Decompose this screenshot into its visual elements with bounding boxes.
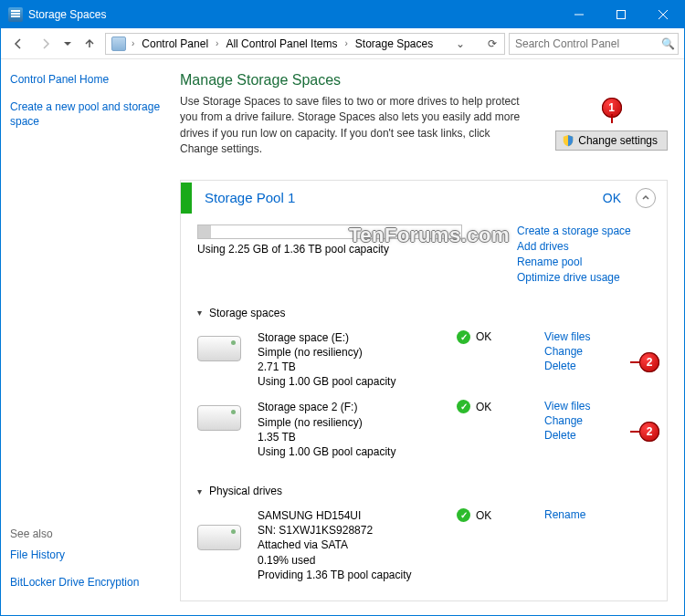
location-icon <box>111 37 126 51</box>
drive-info: SAMSUNG HD154UI SN: S1XWJ1KS928872 Attac… <box>258 508 451 582</box>
space-size: 1.35 TB <box>258 430 451 444</box>
ok-icon: ✓ <box>457 508 470 522</box>
ok-icon: ✓ <box>457 330 470 344</box>
svg-rect-1 <box>617 11 626 19</box>
link-change[interactable]: Change <box>544 414 654 427</box>
main-content: Manage Storage Spaces Use Storage Spaces… <box>174 59 684 615</box>
close-button[interactable] <box>642 1 684 28</box>
collapse-button[interactable] <box>636 188 656 208</box>
sidebar-link-create-pool[interactable]: Create a new pool and storage space <box>10 99 165 129</box>
annotation-1: 1 <box>602 98 622 118</box>
refresh-icon[interactable]: ⟳ <box>484 37 501 50</box>
drive-icon <box>197 336 241 361</box>
space-links: View files Change Delete <box>544 330 654 374</box>
up-button[interactable] <box>78 32 101 56</box>
sidebar-link-home[interactable]: Control Panel Home <box>10 72 165 87</box>
drive-provide: Providing 1.36 TB pool capacity <box>258 568 451 582</box>
storage-spaces-section: ▾ Storage spaces Storage space (E:) Simp… <box>197 303 654 465</box>
pool-usage-text: Using 2.25 GB of 1.36 TB pool capacity <box>197 243 508 256</box>
recent-dropdown[interactable] <box>61 32 74 56</box>
space-resiliency: Simple (no resiliency) <box>258 345 451 360</box>
storage-spaces-label: Storage spaces <box>209 307 285 319</box>
space-links: View files Change Delete <box>544 400 654 444</box>
chevron-down-icon: ▾ <box>197 486 202 496</box>
minimize-button[interactable] <box>558 1 600 28</box>
storage-pool-panel: Storage Pool 1 OK Using 2.25 GB of 1.36 … <box>180 180 668 601</box>
annotation-2: 2 <box>639 352 659 372</box>
window-title: Storage Spaces <box>28 8 106 21</box>
breadcrumb[interactable]: › Control Panel › All Control Panel Item… <box>105 33 505 55</box>
address-dropdown-icon[interactable]: ⌄ <box>452 37 469 50</box>
space-size: 2.71 TB <box>258 360 451 374</box>
space-resiliency: Simple (no resiliency) <box>258 415 451 430</box>
pool-name[interactable]: Storage Pool 1 <box>205 190 594 205</box>
sidebar-link-file-history[interactable]: File History <box>10 548 165 562</box>
link-add-drives[interactable]: Add drives <box>517 240 654 253</box>
link-view-files[interactable]: View files <box>544 400 654 412</box>
link-change[interactable]: Change <box>544 345 654 358</box>
storage-space-row: Storage space (E:) Simple (no resiliency… <box>197 325 654 395</box>
crumb-control-panel[interactable]: Control Panel <box>138 37 212 50</box>
crumb-all-items[interactable]: All Control Panel Items <box>222 37 341 50</box>
search-icon[interactable]: 🔍 <box>658 37 678 50</box>
search-input[interactable] <box>510 37 658 50</box>
forward-button[interactable] <box>34 32 58 56</box>
chevron-right-icon[interactable]: › <box>342 38 349 48</box>
chevron-right-icon[interactable]: › <box>130 38 136 48</box>
page-title: Manage Storage Spaces <box>180 72 668 89</box>
pool-usage-bar <box>197 224 462 239</box>
drive-serial: SN: S1XWJ1KS928872 <box>258 523 451 538</box>
storage-space-row: Storage space 2 (F:) Simple (no resilien… <box>197 394 654 465</box>
change-settings-button[interactable]: Change settings <box>555 131 668 151</box>
address-bar: › Control Panel › All Control Panel Item… <box>1 28 684 59</box>
drive-used: 0.19% used <box>258 553 451 568</box>
drive-name: SAMSUNG HD154UI <box>258 508 451 523</box>
back-button[interactable] <box>6 32 30 56</box>
space-info: Storage space (E:) Simple (no resiliency… <box>258 330 451 390</box>
link-optimize[interactable]: Optimize drive usage <box>517 271 654 284</box>
chevron-down-icon: ▾ <box>197 308 202 318</box>
maximize-button[interactable] <box>600 1 642 28</box>
space-name: Storage space (E:) <box>258 330 451 345</box>
drive-icon <box>197 525 241 550</box>
crumb-storage-spaces[interactable]: Storage Spaces <box>352 37 437 50</box>
drive-icon <box>197 405 241 431</box>
drive-status: ✓ OK <box>457 508 539 522</box>
physical-drive-row: SAMSUNG HD154UI SN: S1XWJ1KS928872 Attac… <box>197 503 654 588</box>
see-also-label: See also <box>10 527 165 540</box>
link-rename-drive[interactable]: Rename <box>544 508 654 521</box>
drive-attach: Attached via SATA <box>258 538 451 552</box>
ok-icon: ✓ <box>457 400 470 413</box>
space-info: Storage space 2 (F:) Simple (no resilien… <box>258 400 451 459</box>
page-description: Use Storage Spaces to save files to two … <box>180 94 527 158</box>
sidebar: Control Panel Home Create a new pool and… <box>1 59 174 615</box>
storage-spaces-header[interactable]: ▾ Storage spaces <box>197 307 654 319</box>
space-name: Storage space 2 (F:) <box>258 400 451 414</box>
pool-status: OK <box>603 191 621 205</box>
space-status: ✓ OK <box>457 400 539 413</box>
change-settings-label: Change settings <box>578 134 658 147</box>
chevron-right-icon[interactable]: › <box>214 38 220 48</box>
space-usage: Using 1.00 GB pool capacity <box>258 444 451 459</box>
pool-action-links: Create a storage space Add drives Rename… <box>517 224 654 287</box>
shield-icon <box>562 134 574 147</box>
physical-drives-section: ▾ Physical drives SAMSUNG HD154UI SN: S1… <box>197 481 654 588</box>
sidebar-link-bitlocker[interactable]: BitLocker Drive Encryption <box>10 575 165 590</box>
link-create-space[interactable]: Create a storage space <box>517 224 654 237</box>
link-view-files[interactable]: View files <box>544 330 654 343</box>
pool-status-bar <box>181 183 192 214</box>
title-bar: Storage Spaces <box>1 1 684 28</box>
drive-links: Rename <box>544 508 654 523</box>
space-usage: Using 1.00 GB pool capacity <box>258 374 451 389</box>
physical-drives-label: Physical drives <box>209 485 282 497</box>
search-box[interactable]: 🔍 <box>509 33 679 55</box>
annotation-2: 2 <box>639 422 659 442</box>
physical-drives-header[interactable]: ▾ Physical drives <box>197 485 654 497</box>
app-icon <box>8 7 23 22</box>
link-rename-pool[interactable]: Rename pool <box>517 256 654 268</box>
pool-header: Storage Pool 1 OK <box>181 181 667 215</box>
space-status: ✓ OK <box>457 330 539 344</box>
